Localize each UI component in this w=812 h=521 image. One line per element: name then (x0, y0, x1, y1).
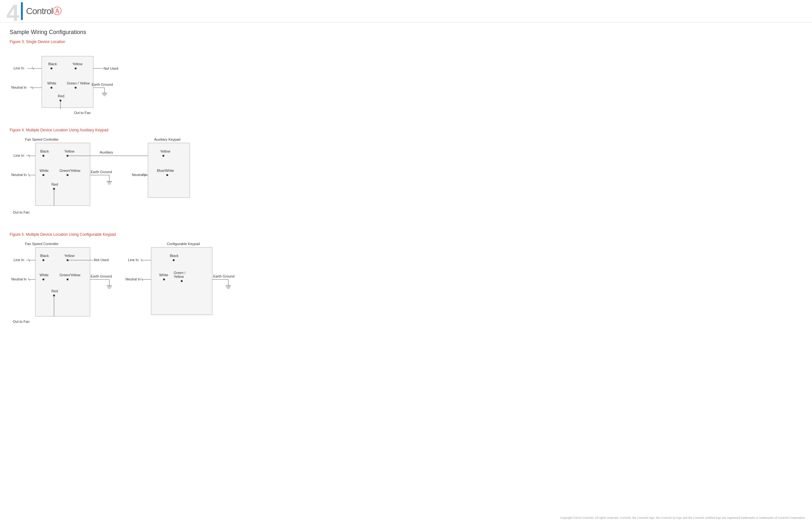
svg-text:Earth Ground: Earth Ground (91, 170, 112, 174)
figure-3-label: Figure 3. Single Device Location (9, 40, 803, 44)
svg-text:Yellow: Yellow (64, 254, 74, 257)
svg-text:Green / Yellow: Green / Yellow (67, 81, 90, 85)
svg-text:Neutral In: Neutral In (125, 277, 141, 281)
svg-text:Blue/White: Blue/White (157, 168, 174, 173)
svg-text:Neutral In: Neutral In (11, 86, 27, 89)
svg-text:Out to Fan: Out to Fan (13, 210, 29, 214)
svg-text:White: White (159, 273, 168, 277)
svg-text:Configurable Keypad: Configurable Keypad (167, 242, 200, 246)
svg-point-77 (67, 278, 68, 280)
svg-text:Earth Ground: Earth Ground (213, 274, 234, 278)
svg-text:Neutral In: Neutral In (11, 277, 27, 281)
header: 4 ControlⒶ (0, 0, 812, 22)
svg-text:Green /: Green / (174, 271, 186, 275)
svg-text:Earth Ground: Earth Ground (91, 274, 112, 278)
svg-text:Line In: Line In (14, 154, 24, 157)
svg-text:Black: Black (40, 149, 49, 153)
figure-5-label: Figure 5. Multiple Device Location Using… (9, 232, 803, 237)
svg-text:Yellow: Yellow (72, 62, 82, 66)
svg-text:White: White (47, 81, 56, 85)
main-content: Sample Wiring Configurations Figure 3. S… (0, 22, 812, 359)
svg-point-2 (50, 67, 52, 69)
svg-text:Green/Yellow: Green/Yellow (60, 168, 80, 173)
svg-text:Black: Black (48, 62, 57, 66)
figure-4-label: Figure 4. Multiple Device Location Using… (9, 128, 803, 132)
svg-point-8 (74, 87, 77, 89)
svg-text:White: White (40, 168, 48, 173)
figure-5-diagram: Fan Speed Controller Black Yellow White … (9, 239, 251, 342)
figure-4-diagram: Fan Speed Controller Black Yellow White … (9, 135, 219, 222)
svg-rect-69 (35, 247, 90, 316)
svg-point-104 (181, 280, 183, 282)
svg-text:Yellow: Yellow (174, 275, 184, 278)
logo-text: ControlⒶ (26, 5, 61, 17)
svg-text:Red: Red (51, 289, 58, 293)
figure-4-section: Figure 4. Multiple Device Location Using… (9, 128, 803, 223)
svg-text:Auxiliary: Auxiliary (100, 150, 113, 154)
svg-text:Fan Speed Controller: Fan Speed Controller (25, 137, 59, 141)
svg-text:Red: Red (51, 182, 58, 186)
svg-point-6 (50, 87, 52, 89)
svg-text:Not Used: Not Used (104, 67, 118, 70)
logo-number: 4 (6, 1, 19, 24)
svg-text:Fan Speed Controller: Fan Speed Controller (25, 242, 59, 246)
svg-text:Auxiliary Keypad: Auxiliary Keypad (154, 137, 180, 141)
svg-text:Line In: Line In (14, 66, 24, 70)
page-title: Sample Wiring Configurations (9, 29, 803, 36)
svg-text:Not Used: Not Used (94, 258, 109, 262)
svg-text:Yellow: Yellow (160, 149, 170, 153)
svg-text:Neutral In: Neutral In (11, 173, 27, 177)
svg-point-31 (42, 155, 44, 157)
svg-text:White: White (40, 273, 48, 277)
figure-5-section: Figure 5. Multiple Device Location Using… (9, 232, 803, 343)
logo-brand: Ⓐ (53, 6, 61, 16)
svg-text:Out to Fan: Out to Fan (74, 111, 91, 115)
logo-bar (21, 2, 23, 20)
svg-text:Line In: Line In (14, 258, 24, 262)
svg-point-101 (163, 278, 165, 280)
svg-text:Black: Black (40, 254, 49, 257)
svg-text:Yellow: Yellow (64, 149, 74, 153)
figure-3-section: Figure 3. Single Device Location Black Y… (9, 40, 803, 118)
svg-point-4 (74, 67, 77, 69)
svg-text:Green/Yellow: Green/Yellow (60, 273, 80, 277)
figure-3-diagram: Black Yellow White Green / Yellow Red Li… (9, 47, 138, 117)
svg-text:Out to Fan: Out to Fan (13, 320, 29, 323)
svg-text:Red: Red (58, 94, 64, 98)
svg-point-37 (67, 174, 68, 176)
svg-text:Neutral In: Neutral In (132, 173, 147, 177)
svg-text:Black: Black (170, 254, 178, 257)
svg-point-71 (42, 259, 44, 261)
svg-text:Earth Ground: Earth Ground (92, 83, 113, 86)
svg-point-75 (42, 278, 44, 280)
svg-point-35 (42, 174, 44, 176)
svg-text:Line In: Line In (128, 258, 138, 262)
